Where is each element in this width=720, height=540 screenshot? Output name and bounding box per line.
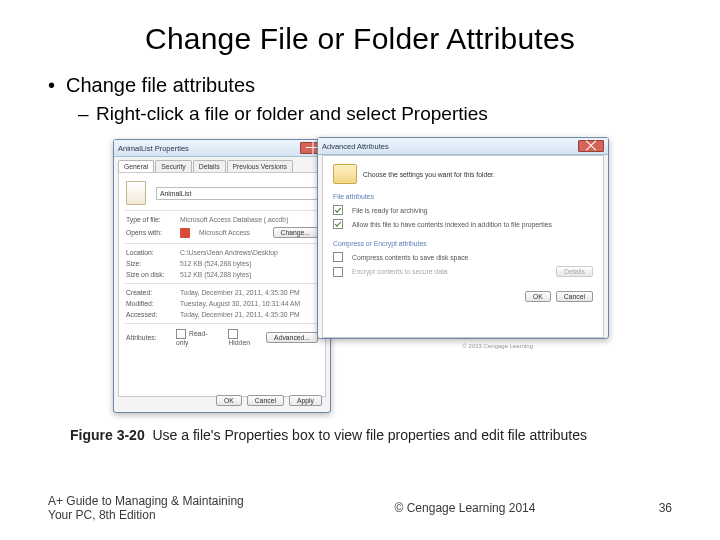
figure-caption: Figure 3-20 Use a file's Properties box … — [70, 427, 650, 443]
slide-title: Change File or Folder Attributes — [48, 22, 672, 56]
tab-strip: General Security Details Previous Versio… — [114, 157, 330, 172]
titlebar: Advanced Attributes — [318, 138, 608, 155]
advanced-button[interactable]: Advanced... — [266, 332, 318, 343]
archive-checkbox[interactable] — [333, 205, 343, 215]
encrypt-label: Encrypt contents to secure data — [352, 268, 448, 275]
details-button[interactable]: Details — [556, 266, 593, 277]
slide-footer: A+ Guide to Managing & Maintaining Your … — [48, 494, 672, 522]
window-title: Advanced Attributes — [322, 142, 389, 151]
opens-value: Microsoft Access — [199, 229, 267, 236]
bullet-level1: Change file attributes — [48, 74, 672, 97]
hidden-label: Hidden — [228, 339, 250, 346]
index-label: Allow this file to have contents indexed… — [352, 221, 552, 228]
apply-button[interactable]: Apply — [289, 395, 322, 406]
tab-details[interactable]: Details — [193, 160, 226, 172]
index-checkbox[interactable] — [333, 219, 343, 229]
file-icon — [126, 181, 146, 205]
page-number: 36 — [632, 501, 672, 515]
image-credit: © 2013 Cengage Learning — [463, 343, 533, 349]
tab-previous-versions[interactable]: Previous Versions — [227, 160, 293, 172]
hidden-checkbox[interactable] — [228, 329, 238, 339]
location-value: C:\Users\Jean Andrews\Desktop — [180, 249, 318, 256]
readonly-checkbox[interactable] — [176, 329, 186, 339]
encrypt-checkbox[interactable] — [333, 267, 343, 277]
book-title-line1: A+ Guide to Managing & Maintaining — [48, 494, 298, 508]
window-title: AnimalList Properties — [118, 144, 189, 153]
book-title-line2: Your PC, 8th Edition — [48, 508, 298, 522]
size-value: 512 KB (524,288 bytes) — [180, 260, 318, 267]
attributes-label: Attributes: — [126, 334, 170, 341]
disk-value: 512 KB (524,288 bytes) — [180, 271, 318, 278]
archive-label: File is ready for archiving — [352, 207, 428, 214]
titlebar: AnimalList Properties — [114, 140, 330, 157]
header-text: Choose the settings you want for this fo… — [363, 171, 495, 178]
tab-general[interactable]: General — [118, 160, 154, 172]
created-value: Today, December 21, 2011, 4:35:30 PM — [180, 289, 318, 296]
compress-label: Compress contents to save disk space — [352, 254, 468, 261]
figure: AnimalList Properties General Security D… — [113, 139, 607, 419]
section-compress-encrypt: Compress or Encrypt attributes — [333, 240, 593, 247]
modified-value: Tuesday, August 30, 2011, 10:31:44 AM — [180, 300, 318, 307]
section-file-attributes: File attributes — [333, 193, 593, 200]
cancel-button[interactable]: Cancel — [556, 291, 593, 302]
ok-button[interactable]: OK — [216, 395, 242, 406]
type-value: Microsoft Access Database (.accdb) — [180, 216, 318, 223]
opens-label: Opens with: — [126, 229, 174, 236]
bullet-level2: Right-click a file or folder and select … — [48, 103, 672, 125]
modified-label: Modified: — [126, 300, 174, 307]
advanced-attributes-window: Advanced Attributes Choose the settings … — [317, 137, 609, 339]
disk-label: Size on disk: — [126, 271, 174, 278]
ok-button[interactable]: OK — [525, 291, 551, 302]
compress-checkbox[interactable] — [333, 252, 343, 262]
copyright: © Cengage Learning 2014 — [298, 501, 632, 515]
size-label: Size: — [126, 260, 174, 267]
access-icon — [180, 228, 190, 238]
accessed-value: Today, December 21, 2011, 4:35:30 PM — [180, 311, 318, 318]
folder-icon — [333, 164, 357, 184]
button-row: OK Cancel Apply — [216, 395, 322, 406]
cancel-button[interactable]: Cancel — [247, 395, 284, 406]
tab-security[interactable]: Security — [155, 160, 192, 172]
created-label: Created: — [126, 289, 174, 296]
location-label: Location: — [126, 249, 174, 256]
close-icon[interactable] — [578, 140, 604, 152]
change-button[interactable]: Change... — [273, 227, 318, 238]
accessed-label: Accessed: — [126, 311, 174, 318]
type-label: Type of file: — [126, 216, 174, 223]
properties-window: AnimalList Properties General Security D… — [113, 139, 331, 413]
filename-input[interactable]: AnimalList — [156, 187, 318, 200]
